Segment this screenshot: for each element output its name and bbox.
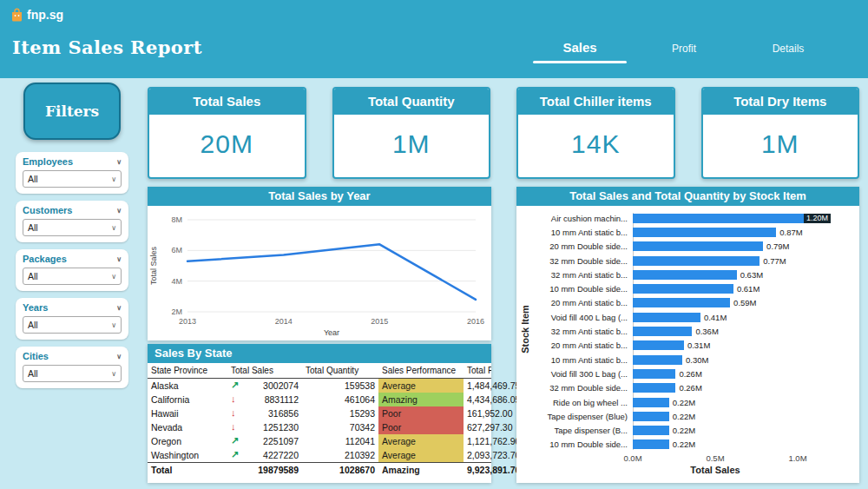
filter-dropdown[interactable]: All∨ [23,316,122,334]
bar-chart-title: Total Sales and Total Quantity by Stock … [516,187,859,206]
profit-cell: 4,434,686.05 [464,393,491,406]
kpi-value: 1M [703,115,858,174]
filter-dropdown[interactable]: All∨ [23,365,122,382]
table-row-total[interactable]: Total198795891028670Amazing9,923,891.70 [148,463,491,478]
bar[interactable] [633,398,669,407]
bar[interactable]: 1.20M [633,214,831,223]
bar[interactable] [633,340,684,350]
kpi-card-total-chiller-items: Total Chiller items14K [516,87,675,179]
bar-value-label: 0.22M [673,426,695,435]
kpi-value: 14K [518,115,674,174]
filter-dropdown[interactable]: All∨ [23,268,122,285]
tab-details[interactable]: Details [741,43,835,63]
table-row[interactable]: Nevada↓125123070342Poor627,297.30 [148,420,491,434]
bar-category-label: Tape dispenser (Blue) [536,412,633,421]
bar-row: Void fill 400 L bag (...0.41M [536,310,854,324]
bar-row: 10 mm Anti static b...0.30M [536,353,854,367]
sales-line[interactable] [187,244,476,300]
filter-header[interactable]: Years∨ [23,302,122,313]
kpi-value: 20M [149,115,305,174]
logo: fnp.sg [10,8,63,22]
line-chart: 2M4M6M8M2013201420152016YearTotal Sales [148,206,491,339]
table-row[interactable]: Oregon↗2251097112041Average1,121,762.90 [148,434,491,448]
bar-chart-panel: Total Sales and Total Quantity by Stock … [516,187,859,483]
performance-cell: Amazing [378,463,464,478]
tab-label: Details [741,43,835,55]
bar[interactable] [633,426,669,435]
table-row[interactable]: Washington↗4227220210392Average2,093,723… [148,448,491,463]
sales-cell: ↗3002074 [227,379,302,393]
profit-cell: 1,121,762.90 [464,434,491,448]
filter-label: Years [23,302,48,313]
filter-header[interactable]: Cities∨ [23,351,122,361]
filter-packages: Packages∨All∨ [16,249,128,291]
filter-dropdown[interactable]: All∨ [23,170,122,188]
bar-value-label: 0.87M [779,228,802,237]
state-cell: Washington [148,448,227,463]
bar[interactable] [633,439,669,449]
profit-cell: 2,093,723.70 [464,448,491,463]
bar-value-label: 0.61M [737,284,760,294]
bar-value-label: 0.22M [673,439,695,449]
bar-track: 0.36M [633,327,854,336]
table-row[interactable]: Hawaii↓31685615293Poor161,952.00 [148,406,491,420]
x-tick-label: 2013 [179,317,196,326]
filter-selected-value: All [28,271,38,281]
chevron-down-icon: ∨ [116,353,122,360]
bar-track: 0.22M [633,398,854,407]
bar[interactable] [633,284,733,294]
bar[interactable] [633,383,675,393]
sales-cell: ↗2251097 [227,434,302,448]
bar-value-label: 0.30M [686,355,708,365]
bar-value-label: 0.36M [695,327,718,336]
sales-value: 8831112 [265,394,299,405]
bar-track: 0.59M [633,298,854,307]
kpi-card-total-quantity: Total Quantity1M [332,87,491,179]
bar-row: 10 mm Double side...0.22M [536,438,854,452]
performance-cell: Average [378,434,464,448]
tab-sales[interactable]: Sales [533,40,627,63]
quantity-cell: 70342 [302,420,378,434]
bar-rows: Air cushion machin...1.20M10 mm Anti sta… [536,211,854,452]
bar[interactable] [633,241,763,251]
bar[interactable] [633,256,760,266]
bar-track: 0.30M [633,355,854,365]
bar-track: 0.22M [633,412,854,421]
tab-profit[interactable]: Profit [637,43,731,63]
bar[interactable] [633,270,737,280]
bar[interactable] [633,355,682,365]
filter-header[interactable]: Packages∨ [23,254,122,264]
bar-category-label: Ride on big wheel ... [536,398,633,407]
chevron-down-icon: ∨ [111,370,116,378]
bar-track: 0.77M [633,256,854,266]
table-row[interactable]: California↓8831112461064Amazing4,434,686… [148,393,491,406]
x-tick-label: 0.0M [623,453,641,463]
bar-value-label: 0.41M [704,313,727,322]
bar[interactable] [633,369,675,379]
quantity-cell: 159538 [302,379,378,393]
bar-track: 0.26M [633,383,854,393]
bar[interactable] [633,228,776,237]
bar[interactable] [633,298,730,307]
filter-cities: Cities∨All∨ [16,347,128,388]
bar-chart-body: Stock Item Air cushion machin...1.20M10 … [516,206,859,488]
bar-track: 0.63M [633,270,854,280]
table-header-row: State ProvinceTotal SalesTotal QuantityS… [148,363,491,379]
trend-up-icon: ↗ [231,380,239,391]
bar[interactable] [633,327,692,336]
filter-header[interactable]: Employees∨ [23,156,122,167]
filter-selected-value: All [28,320,38,330]
sales-value: 316856 [268,408,299,419]
bar-value-label: 0.63M [740,270,763,280]
table-row[interactable]: Alaska↗3002074159538Average1,484,469.75 [148,379,491,393]
state-table-title: Sales By State [148,344,491,363]
filter-header[interactable]: Customers∨ [23,205,122,215]
bar[interactable] [633,412,669,421]
state-cell: Hawaii [148,406,227,420]
bar-chart-y-axis-label: Stock Item [520,299,530,360]
bar[interactable] [633,313,700,322]
filter-dropdown[interactable]: All∨ [23,219,122,236]
performance-cell: Poor [378,406,464,420]
kpi-title: Total Quantity [334,89,490,115]
filters-button[interactable]: Filters [23,83,121,140]
